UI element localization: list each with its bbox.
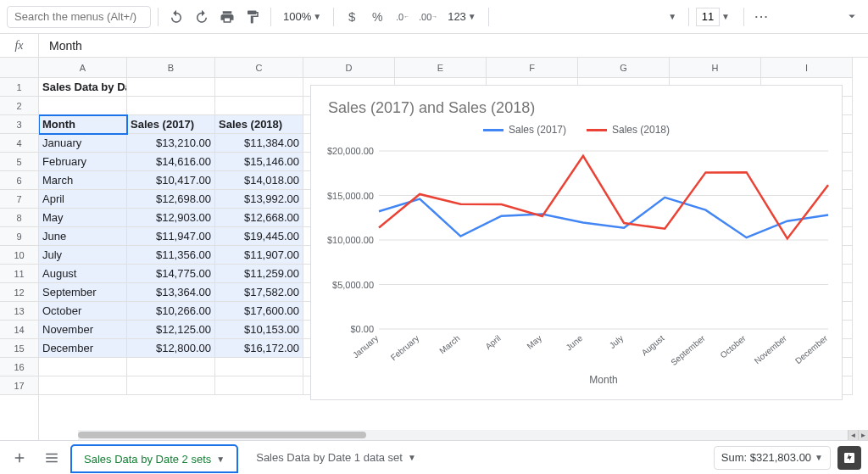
cell[interactable]: May [39, 209, 127, 227]
sheet-tab[interactable]: Sales Data by Date 1 data set ▼ [244, 444, 428, 471]
scrollbar-thumb[interactable] [78, 432, 366, 438]
cell[interactable]: $11,384.00 [215, 134, 303, 153]
cell[interactable]: $11,356.00 [127, 246, 215, 265]
scroll-left-icon[interactable]: ◄ [848, 430, 858, 440]
cell[interactable]: December [39, 339, 127, 358]
cell[interactable]: $17,582.00 [215, 283, 303, 302]
paint-format-button[interactable] [242, 6, 264, 28]
row-header[interactable]: 10 [0, 246, 38, 265]
column-header[interactable]: A [39, 58, 127, 78]
row-header[interactable]: 15 [0, 339, 38, 358]
row-header[interactable]: 3 [0, 115, 38, 134]
row-header[interactable]: 6 [0, 171, 38, 190]
cell[interactable]: June [39, 227, 127, 246]
cell[interactable]: January [39, 134, 127, 153]
decrease-decimal-button[interactable]: .0← [392, 6, 414, 28]
cell[interactable]: November [39, 321, 127, 339]
cell[interactable]: July [39, 246, 127, 265]
cell[interactable]: Sales Data by Date [39, 78, 127, 97]
all-sheets-button[interactable] [39, 445, 64, 471]
column-header[interactable]: B [127, 58, 215, 78]
column-header[interactable]: D [303, 58, 395, 78]
print-button[interactable] [216, 6, 238, 28]
embedded-chart[interactable]: Sales (2017) and Sales (2018) Sales (201… [310, 85, 843, 400]
cell[interactable]: Sales (2017) [127, 115, 215, 134]
currency-button[interactable]: $ [341, 6, 363, 28]
cell[interactable]: $13,992.00 [215, 190, 303, 209]
scroll-right-icon[interactable]: ► [858, 430, 868, 440]
increase-decimal-button[interactable]: .00→ [417, 6, 439, 28]
cell[interactable]: Sales (2018) [215, 115, 303, 134]
row-header[interactable]: 11 [0, 265, 38, 283]
cell[interactable] [127, 78, 215, 97]
cell[interactable] [39, 358, 127, 376]
cell[interactable]: $15,146.00 [215, 153, 303, 171]
cell[interactable]: Month [39, 115, 127, 134]
cell[interactable]: October [39, 302, 127, 321]
cell[interactable] [215, 78, 303, 97]
redo-button[interactable] [191, 6, 213, 28]
column-header[interactable]: F [487, 58, 578, 78]
row-header[interactable]: 9 [0, 227, 38, 246]
cell[interactable] [127, 376, 215, 395]
row-header[interactable]: 4 [0, 134, 38, 153]
row-header[interactable]: 1 [0, 78, 38, 97]
row-header[interactable]: 16 [0, 358, 38, 376]
horizontal-scrollbar[interactable]: ◄ ► [78, 430, 868, 440]
explore-button[interactable] [837, 446, 861, 470]
cell[interactable]: $17,600.00 [215, 302, 303, 321]
cell[interactable]: $11,907.00 [215, 246, 303, 265]
column-header[interactable]: H [670, 58, 761, 78]
cell[interactable] [215, 376, 303, 395]
cell[interactable]: $10,266.00 [127, 302, 215, 321]
column-header[interactable]: G [578, 58, 670, 78]
cell[interactable]: $11,947.00 [127, 227, 215, 246]
cell[interactable]: $12,125.00 [127, 321, 215, 339]
cell[interactable]: $12,698.00 [127, 190, 215, 209]
cell[interactable]: March [39, 171, 127, 190]
cell[interactable]: $16,172.00 [215, 339, 303, 358]
cell[interactable] [215, 97, 303, 115]
cell[interactable]: $12,903.00 [127, 209, 215, 227]
zoom-dropdown[interactable]: 100% ▼ [278, 10, 326, 23]
font-size-input[interactable] [696, 8, 720, 26]
percent-button[interactable]: % [366, 6, 388, 28]
row-header[interactable]: 8 [0, 209, 38, 227]
font-dropdown[interactable]: ▼ [663, 12, 682, 21]
cell[interactable]: $14,018.00 [215, 171, 303, 190]
cell[interactable]: $12,668.00 [215, 209, 303, 227]
cell[interactable]: $14,616.00 [127, 153, 215, 171]
column-header[interactable]: I [761, 58, 853, 78]
number-format-dropdown[interactable]: 123 ▼ [442, 10, 481, 23]
cell[interactable]: September [39, 283, 127, 302]
column-header[interactable]: E [395, 58, 487, 78]
cell[interactable] [127, 97, 215, 115]
row-header[interactable]: 13 [0, 302, 38, 321]
collapse-toolbar-button[interactable] [841, 5, 863, 27]
row-header[interactable]: 17 [0, 376, 38, 395]
formula-value[interactable]: Month [39, 39, 92, 53]
column-header[interactable]: C [215, 58, 303, 78]
more-button[interactable]: ··· [751, 6, 773, 28]
row-header[interactable]: 7 [0, 190, 38, 209]
row-header[interactable]: 5 [0, 153, 38, 171]
row-header[interactable]: 12 [0, 283, 38, 302]
cell[interactable] [215, 358, 303, 376]
cell[interactable]: $14,775.00 [127, 265, 215, 283]
search-menus-input[interactable] [7, 6, 151, 28]
cell[interactable]: August [39, 265, 127, 283]
cell[interactable]: $13,364.00 [127, 283, 215, 302]
row-header[interactable]: 14 [0, 321, 38, 339]
cell[interactable]: $13,210.00 [127, 134, 215, 153]
cell[interactable]: $12,800.00 [127, 339, 215, 358]
quick-sum-dropdown[interactable]: Sum: $321,803.00 ▼ [714, 446, 831, 470]
undo-button[interactable] [165, 6, 187, 28]
cell[interactable]: February [39, 153, 127, 171]
select-all-corner[interactable] [0, 58, 38, 78]
cell[interactable]: $10,153.00 [215, 321, 303, 339]
cell[interactable]: $10,417.00 [127, 171, 215, 190]
cell[interactable]: $19,445.00 [215, 227, 303, 246]
add-sheet-button[interactable] [7, 445, 32, 471]
sheet-tab-active[interactable]: Sales Data by Date 2 sets ▼ [71, 445, 237, 472]
cell[interactable]: April [39, 190, 127, 209]
